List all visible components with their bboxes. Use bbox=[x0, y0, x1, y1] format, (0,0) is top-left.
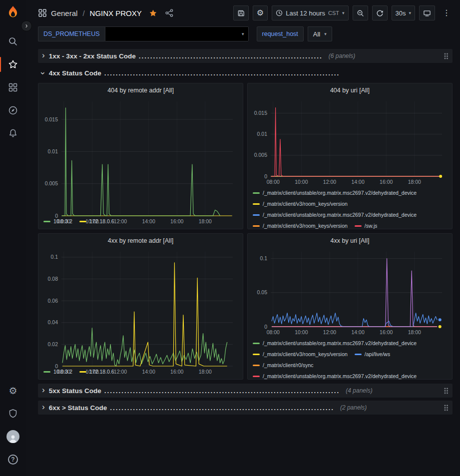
refresh-interval-value: 30s bbox=[396, 9, 406, 17]
legend-swatch bbox=[253, 354, 260, 355]
row-panel-count: (2 panels) bbox=[340, 404, 367, 411]
datasource-variable-label[interactable]: DS_PROMETHEUS bbox=[38, 26, 105, 41]
legend-label: 172.18.0.6 bbox=[89, 218, 114, 224]
chevron-down-icon: ▾ bbox=[409, 10, 411, 15]
save-icon bbox=[237, 9, 245, 17]
panel-title[interactable]: 4xx by remote addr [All] bbox=[38, 234, 243, 248]
sidebar-item-server-admin[interactable] bbox=[0, 402, 26, 425]
svg-text:0.005: 0.005 bbox=[254, 152, 267, 158]
topbar-actions: ⚙ Last 12 hours CST ▾ bbox=[233, 5, 454, 20]
panel-title[interactable]: 4xx by uri [All] bbox=[248, 234, 452, 248]
breadcrumb-dashboard-title[interactable]: NGINX PROXY bbox=[90, 9, 142, 17]
request-host-variable: request_host All ▾ bbox=[257, 26, 332, 41]
svg-text:0.1: 0.1 bbox=[260, 255, 267, 261]
panel-title[interactable]: 404 by remote addr [All] bbox=[38, 83, 243, 97]
request-host-variable-label[interactable]: request_host bbox=[257, 26, 304, 41]
sidebar-expand-button[interactable]: › bbox=[21, 20, 32, 31]
sidebar-item-help[interactable]: ? bbox=[0, 448, 26, 471]
svg-text:0.01: 0.01 bbox=[257, 131, 268, 137]
breadcrumb-section[interactable]: General bbox=[51, 9, 77, 17]
panel-legend: 10.0.3.2172.18.0.6 bbox=[38, 365, 243, 379]
row-drag-handle[interactable] bbox=[444, 52, 449, 60]
legend-item[interactable]: /_matrix/client/unstable/org.matrix.msc2… bbox=[253, 371, 417, 380]
svg-text:0.08: 0.08 bbox=[48, 276, 58, 282]
sidebar-item-starred[interactable] bbox=[0, 53, 26, 76]
legend-item[interactable]: 10.0.3.2 bbox=[43, 216, 72, 227]
clock-icon bbox=[276, 9, 283, 16]
chevron-right-icon: › bbox=[42, 51, 45, 61]
legend-item[interactable]: 10.0.3.2 bbox=[43, 366, 72, 377]
legend-item[interactable]: 172.18.0.6 bbox=[79, 216, 114, 227]
svg-text:10:00: 10:00 bbox=[295, 329, 308, 335]
refresh-button[interactable] bbox=[372, 5, 388, 20]
legend-item[interactable]: /_matrix/client/v3/room_keys/version bbox=[253, 198, 348, 209]
row-drag-handle[interactable] bbox=[444, 404, 449, 412]
request-host-variable-dropdown[interactable]: All ▾ bbox=[308, 26, 332, 41]
sidebar-item-profile[interactable] bbox=[0, 425, 26, 448]
sidebar-item-configuration[interactable]: ⚙ bbox=[0, 379, 26, 402]
panel-legend: 10.0.3.2172.18.0.6 bbox=[38, 215, 243, 229]
chevron-down-icon: ▾ bbox=[342, 10, 345, 15]
sidebar-item-search[interactable] bbox=[0, 30, 26, 53]
legend-label: /_matrix/client/v3/room_keys/version bbox=[263, 201, 348, 207]
sidebar-item-alerting[interactable] bbox=[0, 122, 26, 145]
dashboard-row-1xx-3xx-2xx[interactable]: › 1xx - 3xx - 2xx Status Code ..........… bbox=[38, 49, 453, 63]
row-title-dots: ........................................… bbox=[110, 404, 334, 412]
legend-swatch bbox=[79, 221, 86, 222]
dashboard-body: › 1xx - 3xx - 2xx Status Code ..........… bbox=[26, 45, 460, 476]
legend-item[interactable]: /_matrix/client/unstable/org.matrix.msc2… bbox=[253, 209, 417, 220]
legend-item[interactable]: /_matrix/client/unstable/org.matrix.msc2… bbox=[253, 187, 417, 198]
refresh-interval-dropdown[interactable]: 30s ▾ bbox=[392, 5, 416, 20]
svg-text:18:00: 18:00 bbox=[408, 329, 421, 335]
legend-swatch bbox=[253, 225, 260, 227]
compass-icon bbox=[8, 105, 18, 115]
sidebar-item-dashboards[interactable] bbox=[0, 76, 26, 99]
dashboard-row-5xx[interactable]: › 5xx Status Code ......................… bbox=[38, 384, 453, 398]
datasource-variable-dropdown[interactable]: ▾ bbox=[105, 26, 249, 41]
svg-text:08:00: 08:00 bbox=[267, 329, 280, 335]
share-icon[interactable] bbox=[165, 9, 173, 17]
dashboard-row-4xx[interactable]: › 4xx Status Code ......................… bbox=[38, 66, 453, 80]
svg-text:0.02: 0.02 bbox=[48, 341, 58, 347]
legend-item[interactable]: /api/live/ws bbox=[355, 349, 390, 360]
legend-item[interactable]: /_matrix/client/r0/sync bbox=[253, 360, 314, 371]
zoom-out-button[interactable] bbox=[353, 5, 368, 20]
svg-text:10:00: 10:00 bbox=[295, 179, 308, 185]
legend-label: /_matrix/client/v3/room_keys/version bbox=[263, 223, 348, 229]
legend-swatch bbox=[253, 376, 260, 377]
legend-item[interactable]: /sw.js bbox=[355, 220, 378, 229]
request-host-variable-value: All bbox=[313, 30, 320, 38]
panel-legend: /_matrix/client/unstable/org.matrix.msc2… bbox=[248, 186, 452, 229]
panel-chart: 08:0010:0012:0014:0016:0018:0000.0050.01… bbox=[41, 97, 240, 215]
legend-swatch bbox=[355, 354, 362, 355]
legend-item[interactable]: /_matrix/client/v3/room_keys/version bbox=[253, 220, 348, 229]
tv-mode-button[interactable] bbox=[419, 5, 435, 20]
sidebar-item-explore[interactable] bbox=[0, 99, 26, 122]
legend-item[interactable]: 172.18.0.6 bbox=[79, 366, 114, 377]
apps-grid-icon[interactable] bbox=[38, 8, 47, 17]
dashboard-settings-button[interactable]: ⚙ bbox=[253, 5, 268, 20]
save-dashboard-button[interactable] bbox=[233, 5, 249, 20]
legend-item[interactable]: /_matrix/client/v3/room_keys/version bbox=[253, 349, 348, 360]
svg-text:0: 0 bbox=[264, 173, 267, 179]
row-title: 5xx Status Code bbox=[49, 387, 101, 395]
legend-label: 172.18.0.6 bbox=[89, 369, 114, 375]
svg-text:14:00: 14:00 bbox=[351, 329, 364, 335]
legend-swatch bbox=[253, 192, 260, 194]
time-range-label: Last 12 hours bbox=[286, 9, 325, 17]
panel-4xx-by-uri: 4xx by uri [All] 08:0010:0012:0014:0016:… bbox=[247, 233, 453, 380]
favorite-star-icon[interactable] bbox=[149, 9, 157, 17]
dashboard-row-6xx[interactable]: › 6xx > Status Code ....................… bbox=[38, 401, 453, 415]
grafana-logo-icon[interactable] bbox=[5, 5, 20, 20]
panel-title[interactable]: 404 by uri [All] bbox=[248, 83, 452, 97]
legend-label: /_matrix/client/r0/sync bbox=[263, 362, 314, 368]
row-panel-count: (6 panels) bbox=[329, 52, 355, 59]
more-options-kebab-button[interactable]: ⋮ bbox=[439, 5, 454, 20]
legend-label: 10.0.3.2 bbox=[53, 369, 72, 375]
legend-item[interactable]: /_matrix/client/unstable/org.matrix.msc2… bbox=[253, 338, 417, 349]
variables-toolbar: DS_PROMETHEUS ▾ request_host All ▾ bbox=[26, 26, 460, 45]
row-drag-handle[interactable] bbox=[444, 387, 449, 395]
legend-label: /api/live/ws bbox=[365, 351, 390, 357]
time-range-picker[interactable]: Last 12 hours CST ▾ bbox=[272, 5, 348, 20]
svg-text:14:00: 14:00 bbox=[351, 179, 364, 185]
